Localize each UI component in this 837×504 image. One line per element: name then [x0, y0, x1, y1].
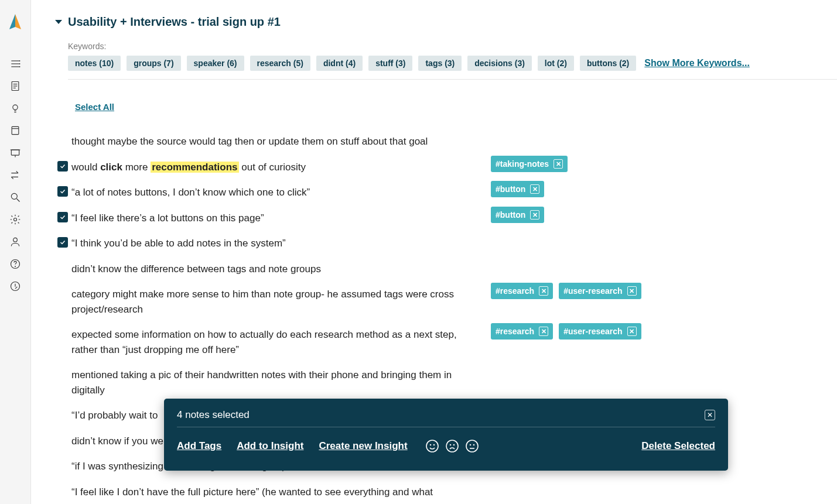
selection-count: 4 notes selected — [177, 409, 250, 421]
tag-chip[interactable]: #button✕ — [491, 181, 544, 197]
svg-point-31 — [466, 440, 478, 452]
svg-point-27 — [433, 445, 434, 445]
tag-chip[interactable]: #research✕ — [491, 323, 553, 340]
keyword-chip[interactable]: groups (7) — [127, 56, 180, 71]
svg-point-29 — [450, 445, 450, 445]
svg-point-26 — [430, 445, 431, 445]
note-row: category might make more sense to him th… — [54, 282, 464, 322]
note-row: thought maybe the source would tag then … — [54, 129, 464, 155]
keyword-chip[interactable]: buttons (2) — [580, 56, 636, 71]
note-checkbox[interactable] — [57, 212, 68, 222]
note-text[interactable]: mentioned taking a pic of their handwrit… — [71, 368, 464, 397]
keywords-label: Keywords: — [68, 42, 837, 51]
svg-point-21 — [13, 238, 18, 242]
nav-user-icon[interactable] — [9, 235, 22, 248]
keyword-chip[interactable]: speaker (6) — [187, 56, 244, 71]
app-logo — [7, 13, 23, 33]
tag-chip[interactable]: #user-research✕ — [559, 323, 641, 340]
svg-point-25 — [426, 440, 438, 452]
nav-notes-icon[interactable] — [9, 80, 22, 92]
note-text[interactable]: expected some information on how to actu… — [71, 327, 464, 357]
nav-present-icon[interactable] — [9, 146, 22, 159]
nav-logout-icon[interactable] — [9, 280, 22, 293]
note-row: would click more recommendations out of … — [54, 155, 464, 180]
svg-point-3 — [19, 61, 20, 61]
nav-book-icon[interactable] — [9, 124, 22, 137]
svg-point-30 — [453, 445, 454, 445]
tag-remove-icon[interactable]: ✕ — [530, 210, 539, 220]
svg-point-5 — [19, 67, 20, 67]
note-tag-group: #button✕ — [491, 207, 544, 223]
svg-point-10 — [13, 105, 18, 109]
sentiment-sad-icon[interactable] — [445, 439, 459, 453]
tag-remove-icon[interactable]: ✕ — [539, 327, 548, 336]
note-checkbox[interactable] — [57, 186, 68, 197]
selection-toolbar: 4 notes selected ✕ Add Tags Add to Insig… — [164, 399, 728, 471]
note-tag-group: #button✕ — [491, 181, 544, 197]
svg-point-18 — [11, 193, 17, 199]
note-checkbox[interactable] — [57, 237, 68, 248]
note-text[interactable]: category might make more sense to him th… — [71, 287, 464, 317]
nav-search-icon[interactable] — [9, 191, 22, 204]
svg-point-20 — [14, 218, 17, 221]
note-text[interactable]: “I think you’d be able to add notes in t… — [71, 236, 292, 251]
show-more-keywords-link[interactable]: Show More Keywords... — [644, 58, 750, 68]
close-icon[interactable]: ✕ — [705, 410, 715, 420]
nav-settings-icon[interactable] — [9, 213, 22, 226]
tag-remove-icon[interactable]: ✕ — [627, 327, 637, 336]
add-to-insight-button[interactable]: Add to Insight — [237, 440, 303, 452]
svg-point-4 — [19, 64, 20, 64]
note-text[interactable]: didn’t know the difference between tags … — [71, 262, 327, 277]
tag-remove-icon[interactable]: ✕ — [539, 286, 548, 296]
nav-insights-icon[interactable] — [9, 102, 22, 115]
svg-rect-15 — [11, 150, 19, 155]
keyword-chip[interactable]: lot (2) — [538, 56, 574, 71]
tag-chip[interactable]: #button✕ — [491, 207, 544, 223]
nav-transfer-icon[interactable] — [9, 169, 22, 181]
keyword-chip[interactable]: decisions (3) — [467, 56, 532, 71]
tag-chip[interactable]: #user-research✕ — [559, 283, 641, 299]
nav-help-icon[interactable] — [9, 258, 22, 270]
tag-remove-icon[interactable]: ✕ — [627, 286, 637, 296]
note-text[interactable]: “I’d probably wait to — [71, 408, 163, 423]
note-text[interactable]: “I feel like there’s a lot buttons on th… — [71, 211, 270, 226]
note-row: mentioned taking a pic of their handwrit… — [54, 362, 464, 403]
sentiment-neutral-icon[interactable] — [465, 439, 479, 453]
keyword-chip[interactable]: tags (3) — [418, 56, 462, 71]
nav-menu-icon[interactable] — [9, 57, 22, 70]
create-insight-button[interactable]: Create new Insight — [319, 440, 407, 452]
tag-chip[interactable]: #research✕ — [491, 283, 553, 299]
note-checkbox[interactable] — [57, 161, 68, 172]
note-tag-group: #taking-notes✕ — [491, 156, 568, 172]
sentiment-happy-icon[interactable] — [425, 439, 439, 453]
svg-point-28 — [446, 440, 458, 452]
keyword-chip[interactable]: didnt (4) — [316, 56, 363, 71]
keyword-chip[interactable]: notes (10) — [68, 56, 121, 71]
note-text[interactable]: would click more recommendations out of … — [71, 160, 312, 175]
note-text[interactable]: “I feel like I don’t have the full pictu… — [71, 485, 439, 500]
svg-rect-13 — [12, 126, 19, 134]
note-row: didn’t know the difference between tags … — [54, 256, 464, 282]
note-text[interactable]: didn’t know if you we — [71, 434, 169, 449]
add-tags-button[interactable]: Add Tags — [177, 440, 221, 452]
project-title: Usability + Interviews - trial sign up #… — [68, 15, 281, 29]
note-row: “a lot of notes buttons, I don’t know wh… — [54, 180, 464, 205]
note-text[interactable]: thought maybe the source would tag then … — [71, 134, 433, 149]
keyword-chip[interactable]: stuff (3) — [368, 56, 412, 71]
keyword-chip[interactable]: research (5) — [250, 56, 310, 71]
delete-selected-button[interactable]: Delete Selected — [641, 440, 715, 452]
svg-line-19 — [17, 199, 20, 202]
note-tag-group: #research✕#user-research✕ — [491, 283, 641, 299]
left-nav-rail — [0, 0, 31, 504]
tag-remove-icon[interactable]: ✕ — [554, 159, 563, 169]
collapse-caret-icon[interactable] — [55, 20, 62, 24]
note-row: “I feel like there’s a lot buttons on th… — [54, 205, 464, 231]
svg-point-32 — [470, 445, 470, 445]
tag-remove-icon[interactable]: ✕ — [530, 184, 539, 194]
note-text[interactable]: “a lot of notes buttons, I don’t know wh… — [71, 185, 316, 200]
tag-chip[interactable]: #taking-notes✕ — [491, 156, 568, 172]
note-row: “I feel like I don’t have the full pictu… — [54, 479, 464, 505]
select-all-link[interactable]: Select All — [75, 102, 114, 112]
note-row: “I think you’d be able to add notes in t… — [54, 231, 464, 256]
svg-point-23 — [15, 266, 16, 267]
